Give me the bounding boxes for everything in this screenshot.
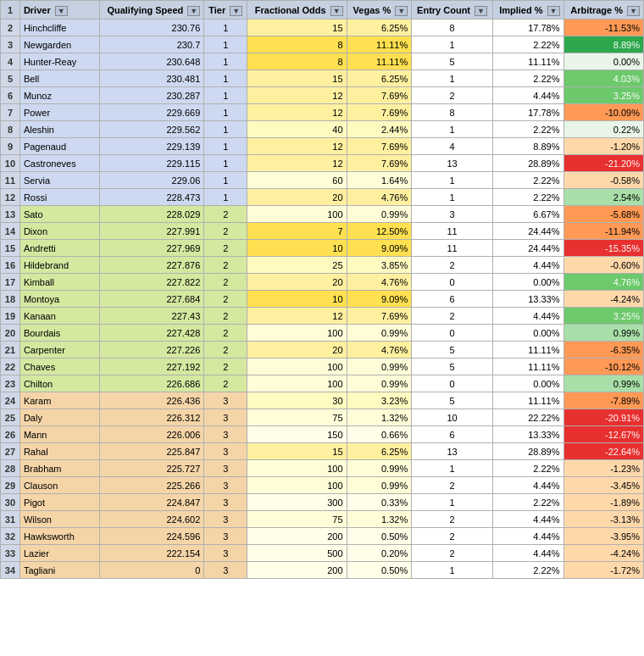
tier: 2 [204,291,247,308]
header-col-c[interactable]: Tier ▼ [204,1,247,19]
driver-name: Rahal [19,443,99,460]
qualifying-speed: 229.115 [99,155,204,172]
arbitrage-pct: -10.09% [564,104,644,121]
vegas-pct: 0.99% [347,477,412,494]
driver-name: Andretti [19,240,99,257]
table-row: 21 Carpenter 227.226 2 20 4.76% 5 11.11%… [1,342,644,359]
entry-count: 1 [412,460,493,477]
vegas-pct: 0.99% [347,359,412,375]
qualifying-speed: 227.876 [99,257,204,274]
driver-name: Wilson [19,511,99,528]
header-col-a[interactable]: Driver ▼ [19,1,99,19]
tier: 1 [204,172,247,189]
filter-implied[interactable]: ▼ [547,6,560,16]
table-row: 26 Mann 226.006 3 150 0.66% 6 13.33% -12… [1,426,644,443]
arbitrage-pct: -3.45% [564,477,644,494]
header-col-h[interactable]: Arbitrage % ▼ [564,1,644,19]
arbitrage-pct: 0.22% [564,121,644,138]
driver-name: Hildebrand [19,257,99,274]
header-col-g[interactable]: Implied % ▼ [492,1,564,19]
fractional-odds: 500 [247,545,347,562]
fractional-odds: 75 [247,511,347,528]
vegas-pct: 3.23% [347,392,412,409]
tier: 1 [204,155,247,172]
implied-pct: 22.22% [492,409,564,426]
table-row: 23 Chilton 226.686 2 100 0.99% 0 0.00% 0… [1,375,644,392]
fractional-odds: 10 [247,291,347,308]
entry-count: 1 [412,121,493,138]
filter-entry[interactable]: ▼ [475,6,487,16]
implied-pct: 4.44% [492,528,564,545]
row-number: 13 [1,206,20,223]
tier: 1 [204,70,247,87]
table-row: 28 Brabham 225.727 3 100 0.99% 1 2.22% -… [1,460,644,477]
qualifying-speed: 224.596 [99,528,204,545]
filter-odds[interactable]: ▼ [330,6,343,16]
driver-name: Hinchcliffe [19,19,99,36]
tier: 2 [204,359,247,375]
qualifying-speed: 228.029 [99,206,204,223]
implied-pct: 4.44% [492,511,564,528]
table-row: 20 Bourdais 227.428 2 100 0.99% 0 0.00% … [1,325,644,342]
entry-count: 13 [412,155,493,172]
table-row: 13 Sato 228.029 2 100 0.99% 3 6.67% -5.6… [1,206,644,223]
driver-name: Castroneves [19,155,99,172]
header-col-f[interactable]: Entry Count ▼ [412,1,493,19]
tier: 1 [204,138,247,155]
vegas-pct: 7.69% [347,155,412,172]
fractional-odds: 25 [247,257,347,274]
row-number: 23 [1,375,20,392]
driver-name: Carpenter [19,342,99,359]
table-row: 34 Tagliani 0 3 200 0.50% 1 2.22% -1.72% [1,562,644,579]
driver-name: Pigot [19,494,99,511]
header-col-e[interactable]: Vegas % ▼ [347,1,412,19]
tier: 1 [204,121,247,138]
fractional-odds: 100 [247,477,347,494]
arbitrage-pct: -0.60% [564,257,644,274]
tier: 2 [204,274,247,291]
driver-name: Newgarden [19,36,99,53]
entry-count: 2 [412,511,493,528]
fractional-odds: 12 [247,138,347,155]
qualifying-speed: 224.602 [99,511,204,528]
row-number: 25 [1,409,20,426]
qualifying-speed: 227.43 [99,308,204,325]
row-number: 31 [1,511,20,528]
filter-vegas[interactable]: ▼ [395,6,408,16]
implied-pct: 13.33% [492,426,564,443]
header-col-b[interactable]: Qualifying Speed ▼ [99,1,204,19]
filter-tier[interactable]: ▼ [230,6,242,16]
qualifying-speed: 229.669 [99,104,204,121]
header-row: 1 Driver ▼ Qualifying Speed ▼ Tier ▼ Fra… [1,1,644,19]
implied-pct: 4.44% [492,87,564,104]
filter-speed[interactable]: ▼ [187,6,200,16]
fractional-odds: 40 [247,121,347,138]
row-number: 29 [1,477,20,494]
implied-pct: 4.44% [492,477,564,494]
table-row: 27 Rahal 225.847 3 15 6.25% 13 28.89% -2… [1,443,644,460]
vegas-pct: 7.69% [347,138,412,155]
fractional-odds: 20 [247,274,347,291]
header-col-d[interactable]: Fractional Odds ▼ [247,1,347,19]
row-number: 19 [1,308,20,325]
entry-count: 2 [412,308,493,325]
qualifying-speed: 226.006 [99,426,204,443]
row-number: 4 [1,53,20,70]
arbitrage-pct: 4.03% [564,70,644,87]
table-row: 4 Hunter-Reay 230.648 1 8 11.11% 5 11.11… [1,53,644,70]
filter-driver[interactable]: ▼ [55,6,68,16]
arbitrage-pct: 8.89% [564,36,644,53]
qualifying-speed: 230.648 [99,53,204,70]
arbitrage-pct: -3.13% [564,511,644,528]
header-tier-label: Tier [208,5,225,15]
arbitrage-pct: 3.25% [564,87,644,104]
driver-name: Power [19,104,99,121]
fractional-odds: 100 [247,460,347,477]
filter-arb[interactable]: ▼ [627,6,640,16]
row-number: 3 [1,36,20,53]
tier: 3 [204,409,247,426]
qualifying-speed: 227.969 [99,240,204,257]
tier: 2 [204,240,247,257]
qualifying-speed: 227.822 [99,274,204,291]
vegas-pct: 0.50% [347,562,412,579]
